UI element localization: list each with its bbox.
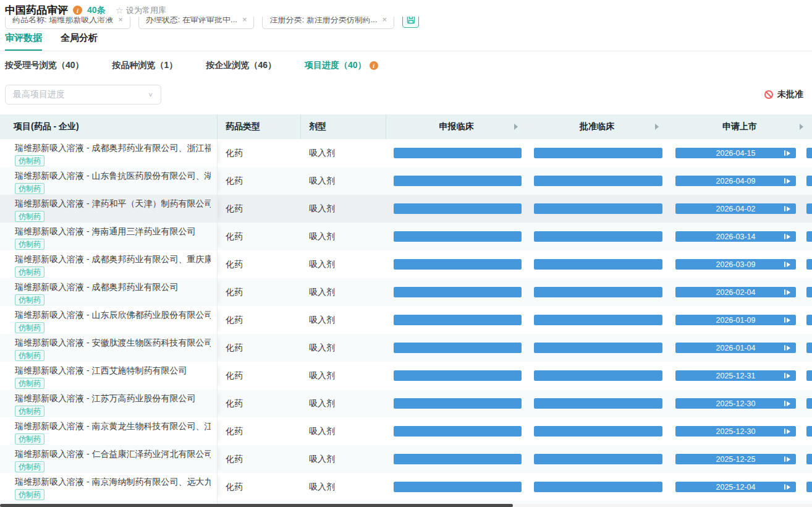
drug-type-cell: 化药 [218, 250, 301, 278]
tab-global-analysis[interactable]: 全局分析 [61, 32, 98, 51]
approve-clinical-bar[interactable] [534, 426, 662, 437]
table-row[interactable]: 瑞维那新吸入溶液 - 江西艾施特制药有限公司 仿制药 化药 吸入剂 2025-1… [0, 362, 812, 390]
apply-market-bar[interactable]: 2025-12-04 [675, 482, 796, 492]
progress-info-icon[interactable]: i [370, 61, 378, 70]
apply-market-bar[interactable]: 2026-04-02 [675, 203, 796, 214]
approve-clinical-bar[interactable] [534, 231, 662, 242]
table-row[interactable]: 瑞维那新吸入溶液 - 成都奥邦药业有限公司、浙江福瑞 仿制药 化药 吸入剂 20… [0, 139, 812, 167]
approve-clinical-bar[interactable] [534, 287, 662, 297]
project-cell: 瑞维那新吸入溶液 - 成都奥邦药业有限公司、重庆康刻 仿制药 [0, 250, 218, 278]
apply-clinical-bar[interactable] [394, 148, 522, 158]
project-cell: 瑞维那新吸入溶液 - 仁合益康汇泽药业河北有限公司、 仿制药 [0, 445, 218, 473]
title-info-icon[interactable]: i [73, 6, 82, 15]
project-name[interactable]: 瑞维那新吸入溶液 - 山东辰欣佛都药业股份有限公司 [15, 310, 211, 321]
apply-clinical-bar[interactable] [394, 203, 522, 214]
apply-market-bar[interactable]: 2025-12-30 [675, 398, 796, 409]
apply-market-bar[interactable]: 2026-04-15 [675, 148, 796, 158]
project-name[interactable]: 瑞维那新吸入溶液 - 山东鲁抗医药股份有限公司、湖南 [15, 171, 211, 182]
approve-clinical-bar[interactable] [534, 343, 662, 353]
drug-type-cell: 化药 [218, 223, 301, 250]
set-favorite-button[interactable]: ☆ 设为常用库 [116, 5, 166, 16]
next-stage-bar-sliver [806, 454, 812, 464]
approve-clinical-bar[interactable] [534, 176, 662, 186]
generic-drug-badge: 仿制药 [15, 155, 44, 166]
apply-clinical-bar[interactable] [394, 482, 522, 492]
table-row[interactable]: 瑞维那新吸入溶液 - 南京海纳制药有限公司、远大九和 仿制药 化药 吸入剂 20… [0, 473, 812, 501]
apply-clinical-bar[interactable] [394, 315, 522, 325]
project-name[interactable]: 瑞维那新吸入溶液 - 江苏万高药业股份有限公司 [15, 393, 211, 404]
col-header-drug-type: 药品类型 [218, 114, 301, 139]
apply-market-bar[interactable]: 2026-01-04 [675, 343, 796, 353]
approve-clinical-bar[interactable] [534, 148, 662, 158]
tab-review-data[interactable]: 审评数据 [5, 32, 42, 51]
apply-clinical-bar[interactable] [394, 426, 522, 437]
table-row[interactable]: 瑞维那新吸入溶液 - 南京黄龙生物科技有限公司、江苏 仿制药 化药 吸入剂 20… [0, 417, 812, 445]
subtab-by-variety[interactable]: 按品种浏览（1） [112, 60, 178, 71]
project-name[interactable]: 瑞维那新吸入溶液 - 南京黄龙生物科技有限公司、江苏 [15, 421, 211, 432]
horizontal-scrollbar-track[interactable] [0, 504, 812, 507]
table-row[interactable]: 瑞维那新吸入溶液 - 山东辰欣佛都药业股份有限公司 仿制药 化药 吸入剂 202… [0, 306, 812, 334]
generic-drug-badge: 仿制药 [15, 378, 44, 389]
max-progress-select[interactable]: 最高项目进度 ∨ [5, 85, 161, 104]
table-row[interactable]: 瑞维那新吸入溶液 - 成都奥邦药业有限公司、重庆康刻 仿制药 化药 吸入剂 20… [0, 250, 812, 278]
approve-clinical-bar[interactable] [534, 203, 662, 214]
table-row[interactable]: 瑞维那新吸入溶液 - 海南通用三洋药业有限公司 仿制药 化药 吸入剂 2026-… [0, 223, 812, 250]
apply-market-bar[interactable]: 2025-12-31 [675, 370, 796, 381]
project-name[interactable]: 瑞维那新吸入溶液 - 安徽肽渡生物医药科技有限公司、 [15, 338, 211, 349]
apply-market-cell: 2025-12-04 [667, 473, 812, 501]
approve-clinical-bar[interactable] [534, 398, 662, 409]
apply-clinical-bar[interactable] [394, 370, 522, 381]
table-row[interactable]: 瑞维那新吸入溶液 - 安徽肽渡生物医药科技有限公司、 仿制药 化药 吸入剂 20… [0, 334, 812, 362]
table-row[interactable]: 瑞维那新吸入溶液 - 成都奥邦药业有限公司 仿制药 化药 吸入剂 2026-02… [0, 278, 812, 306]
project-name[interactable]: 瑞维那新吸入溶液 - 成都奥邦药业有限公司、浙江福瑞 [15, 143, 211, 154]
approve-clinical-bar[interactable] [534, 259, 662, 270]
subtab-by-company[interactable]: 按企业浏览（46） [206, 60, 276, 71]
dosage-form-cell: 吸入剂 [301, 250, 386, 278]
apply-clinical-bar[interactable] [394, 231, 522, 242]
apply-clinical-bar[interactable] [394, 287, 522, 297]
approve-clinical-cell [527, 473, 667, 501]
apply-market-bar[interactable]: 2026-03-14 [675, 231, 796, 242]
horizontal-scrollbar-thumb[interactable] [0, 504, 513, 507]
apply-market-bar[interactable]: 2026-04-09 [675, 176, 796, 186]
apply-market-bar[interactable]: 2026-01-09 [675, 315, 796, 325]
project-name[interactable]: 瑞维那新吸入溶液 - 海南通用三洋药业有限公司 [15, 226, 211, 237]
project-name[interactable]: 瑞维那新吸入溶液 - 江西艾施特制药有限公司 [15, 365, 211, 377]
expand-stage-icon[interactable] [800, 124, 803, 130]
close-icon[interactable]: × [383, 17, 387, 24]
subtab-project-progress[interactable]: 项目进度（40） i [305, 60, 378, 71]
apply-clinical-bar[interactable] [394, 259, 522, 270]
project-name[interactable]: 瑞维那新吸入溶液 - 南京海纳制药有限公司、远大九和 [15, 477, 211, 488]
apply-clinical-bar[interactable] [394, 176, 522, 186]
project-name[interactable]: 瑞维那新吸入溶液 - 成都奥邦药业有限公司、重庆康刻 [15, 254, 211, 265]
apply-market-bar[interactable]: 2025-12-30 [675, 426, 796, 437]
approve-clinical-bar[interactable] [534, 315, 662, 325]
filter-tag[interactable]: 药品名称: 瑞维那新吸入溶液 × [5, 17, 130, 29]
table-row[interactable]: 瑞维那新吸入溶液 - 江苏万高药业股份有限公司 仿制药 化药 吸入剂 2025-… [0, 390, 812, 417]
project-name[interactable]: 瑞维那新吸入溶液 - 仁合益康汇泽药业河北有限公司、 [15, 449, 211, 460]
approve-clinical-bar[interactable] [534, 454, 662, 464]
close-icon[interactable]: × [242, 17, 247, 24]
subtab-by-acceptance-no[interactable]: 按受理号浏览（40） [5, 60, 84, 71]
filter-tag[interactable]: 注册分类: 新注册分类仿制药... × [262, 17, 394, 29]
apply-market-bar[interactable]: 2026-02-04 [675, 287, 796, 297]
table-row[interactable]: 瑞维那新吸入溶液 - 仁合益康汇泽药业河北有限公司、 仿制药 化药 吸入剂 20… [0, 445, 812, 473]
approve-clinical-cell [527, 334, 667, 362]
apply-market-bar[interactable]: 2025-12-25 [675, 454, 796, 464]
next-stage-bar-sliver [806, 398, 812, 409]
project-name[interactable]: 瑞维那新吸入溶液 - 津药和平（天津）制药有限公司、 [15, 198, 211, 210]
table-row[interactable]: 瑞维那新吸入溶液 - 津药和平（天津）制药有限公司、 仿制药 化药 吸入剂 20… [0, 195, 812, 223]
filter-tag[interactable]: 办理状态: 在审评审批中... × [138, 17, 255, 29]
apply-clinical-bar[interactable] [394, 343, 522, 353]
expand-stage-icon[interactable] [655, 124, 659, 130]
table-row[interactable]: 瑞维那新吸入溶液 - 山东鲁抗医药股份有限公司、湖南 仿制药 化药 吸入剂 20… [0, 167, 812, 195]
project-name[interactable]: 瑞维那新吸入溶液 - 成都奥邦药业有限公司 [15, 282, 211, 293]
close-icon[interactable]: × [118, 17, 123, 24]
apply-clinical-bar[interactable] [394, 398, 522, 409]
approve-clinical-bar[interactable] [534, 370, 662, 381]
save-filter-button[interactable] [402, 17, 419, 28]
expand-stage-icon[interactable] [514, 124, 518, 130]
approve-clinical-bar[interactable] [534, 482, 662, 492]
apply-clinical-bar[interactable] [394, 454, 522, 464]
apply-market-bar[interactable]: 2026-03-09 [675, 259, 796, 270]
